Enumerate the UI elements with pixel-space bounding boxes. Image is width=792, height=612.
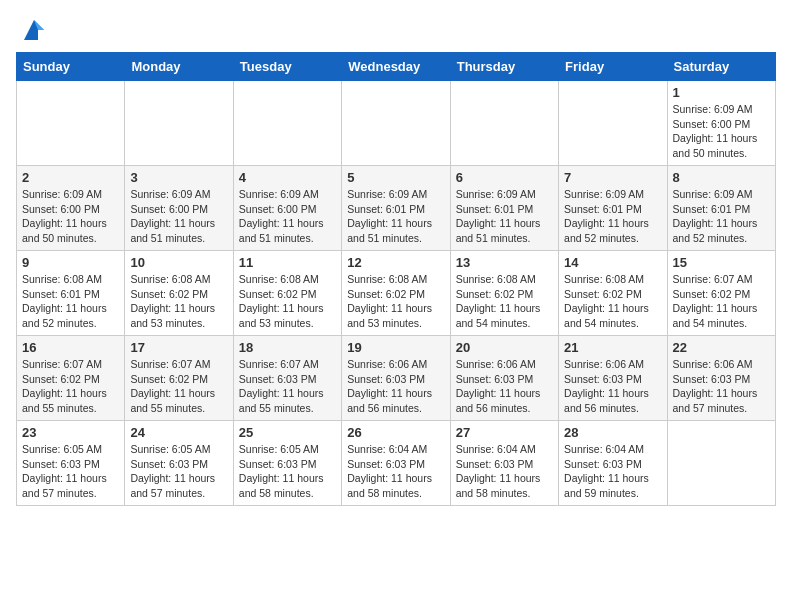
calendar-cell: 19Sunrise: 6:06 AM Sunset: 6:03 PM Dayli… — [342, 336, 450, 421]
day-number: 26 — [347, 425, 444, 440]
day-info: Sunrise: 6:08 AM Sunset: 6:02 PM Dayligh… — [347, 272, 444, 331]
calendar-cell — [559, 81, 667, 166]
calendar-cell: 5Sunrise: 6:09 AM Sunset: 6:01 PM Daylig… — [342, 166, 450, 251]
calendar-cell: 7Sunrise: 6:09 AM Sunset: 6:01 PM Daylig… — [559, 166, 667, 251]
calendar-cell: 24Sunrise: 6:05 AM Sunset: 6:03 PM Dayli… — [125, 421, 233, 506]
day-info: Sunrise: 6:08 AM Sunset: 6:02 PM Dayligh… — [239, 272, 336, 331]
calendar-week-5: 23Sunrise: 6:05 AM Sunset: 6:03 PM Dayli… — [17, 421, 776, 506]
day-number: 11 — [239, 255, 336, 270]
calendar-cell: 9Sunrise: 6:08 AM Sunset: 6:01 PM Daylig… — [17, 251, 125, 336]
day-info: Sunrise: 6:07 AM Sunset: 6:02 PM Dayligh… — [130, 357, 227, 416]
day-info: Sunrise: 6:09 AM Sunset: 6:01 PM Dayligh… — [456, 187, 553, 246]
day-info: Sunrise: 6:09 AM Sunset: 6:00 PM Dayligh… — [239, 187, 336, 246]
day-number: 9 — [22, 255, 119, 270]
calendar-cell: 2Sunrise: 6:09 AM Sunset: 6:00 PM Daylig… — [17, 166, 125, 251]
calendar-cell: 26Sunrise: 6:04 AM Sunset: 6:03 PM Dayli… — [342, 421, 450, 506]
calendar-header-row: SundayMondayTuesdayWednesdayThursdayFrid… — [17, 53, 776, 81]
day-info: Sunrise: 6:05 AM Sunset: 6:03 PM Dayligh… — [22, 442, 119, 501]
day-info: Sunrise: 6:07 AM Sunset: 6:02 PM Dayligh… — [673, 272, 770, 331]
day-number: 12 — [347, 255, 444, 270]
day-info: Sunrise: 6:04 AM Sunset: 6:03 PM Dayligh… — [456, 442, 553, 501]
logo — [16, 16, 48, 44]
day-info: Sunrise: 6:09 AM Sunset: 6:01 PM Dayligh… — [673, 187, 770, 246]
day-info: Sunrise: 6:08 AM Sunset: 6:02 PM Dayligh… — [456, 272, 553, 331]
day-info: Sunrise: 6:06 AM Sunset: 6:03 PM Dayligh… — [673, 357, 770, 416]
calendar-cell: 3Sunrise: 6:09 AM Sunset: 6:00 PM Daylig… — [125, 166, 233, 251]
calendar-cell — [450, 81, 558, 166]
page-header — [16, 16, 776, 44]
day-info: Sunrise: 6:07 AM Sunset: 6:02 PM Dayligh… — [22, 357, 119, 416]
calendar-cell: 16Sunrise: 6:07 AM Sunset: 6:02 PM Dayli… — [17, 336, 125, 421]
day-number: 21 — [564, 340, 661, 355]
calendar-cell: 17Sunrise: 6:07 AM Sunset: 6:02 PM Dayli… — [125, 336, 233, 421]
col-header-friday: Friday — [559, 53, 667, 81]
calendar-cell: 8Sunrise: 6:09 AM Sunset: 6:01 PM Daylig… — [667, 166, 775, 251]
calendar-cell — [17, 81, 125, 166]
day-number: 19 — [347, 340, 444, 355]
day-number: 7 — [564, 170, 661, 185]
calendar-cell: 1Sunrise: 6:09 AM Sunset: 6:00 PM Daylig… — [667, 81, 775, 166]
day-number: 22 — [673, 340, 770, 355]
day-info: Sunrise: 6:06 AM Sunset: 6:03 PM Dayligh… — [564, 357, 661, 416]
day-info: Sunrise: 6:09 AM Sunset: 6:00 PM Dayligh… — [130, 187, 227, 246]
calendar-cell: 28Sunrise: 6:04 AM Sunset: 6:03 PM Dayli… — [559, 421, 667, 506]
day-number: 20 — [456, 340, 553, 355]
col-header-sunday: Sunday — [17, 53, 125, 81]
day-number: 14 — [564, 255, 661, 270]
day-info: Sunrise: 6:08 AM Sunset: 6:02 PM Dayligh… — [564, 272, 661, 331]
day-info: Sunrise: 6:09 AM Sunset: 6:01 PM Dayligh… — [347, 187, 444, 246]
day-info: Sunrise: 6:09 AM Sunset: 6:01 PM Dayligh… — [564, 187, 661, 246]
calendar-cell: 27Sunrise: 6:04 AM Sunset: 6:03 PM Dayli… — [450, 421, 558, 506]
col-header-wednesday: Wednesday — [342, 53, 450, 81]
calendar-week-4: 16Sunrise: 6:07 AM Sunset: 6:02 PM Dayli… — [17, 336, 776, 421]
day-info: Sunrise: 6:09 AM Sunset: 6:00 PM Dayligh… — [673, 102, 770, 161]
day-info: Sunrise: 6:06 AM Sunset: 6:03 PM Dayligh… — [347, 357, 444, 416]
col-header-thursday: Thursday — [450, 53, 558, 81]
day-number: 8 — [673, 170, 770, 185]
calendar-cell: 4Sunrise: 6:09 AM Sunset: 6:00 PM Daylig… — [233, 166, 341, 251]
calendar-table: SundayMondayTuesdayWednesdayThursdayFrid… — [16, 52, 776, 506]
calendar-cell: 25Sunrise: 6:05 AM Sunset: 6:03 PM Dayli… — [233, 421, 341, 506]
calendar-cell: 23Sunrise: 6:05 AM Sunset: 6:03 PM Dayli… — [17, 421, 125, 506]
calendar-cell — [233, 81, 341, 166]
day-number: 27 — [456, 425, 553, 440]
day-info: Sunrise: 6:04 AM Sunset: 6:03 PM Dayligh… — [347, 442, 444, 501]
calendar-cell: 14Sunrise: 6:08 AM Sunset: 6:02 PM Dayli… — [559, 251, 667, 336]
day-number: 25 — [239, 425, 336, 440]
calendar-cell: 12Sunrise: 6:08 AM Sunset: 6:02 PM Dayli… — [342, 251, 450, 336]
day-number: 1 — [673, 85, 770, 100]
calendar-cell: 21Sunrise: 6:06 AM Sunset: 6:03 PM Dayli… — [559, 336, 667, 421]
day-info: Sunrise: 6:04 AM Sunset: 6:03 PM Dayligh… — [564, 442, 661, 501]
day-info: Sunrise: 6:05 AM Sunset: 6:03 PM Dayligh… — [130, 442, 227, 501]
day-number: 18 — [239, 340, 336, 355]
day-number: 4 — [239, 170, 336, 185]
day-number: 15 — [673, 255, 770, 270]
col-header-monday: Monday — [125, 53, 233, 81]
day-number: 16 — [22, 340, 119, 355]
day-number: 5 — [347, 170, 444, 185]
calendar-week-1: 1Sunrise: 6:09 AM Sunset: 6:00 PM Daylig… — [17, 81, 776, 166]
calendar-cell: 18Sunrise: 6:07 AM Sunset: 6:03 PM Dayli… — [233, 336, 341, 421]
calendar-cell: 13Sunrise: 6:08 AM Sunset: 6:02 PM Dayli… — [450, 251, 558, 336]
calendar-week-3: 9Sunrise: 6:08 AM Sunset: 6:01 PM Daylig… — [17, 251, 776, 336]
calendar-cell — [125, 81, 233, 166]
day-number: 6 — [456, 170, 553, 185]
day-info: Sunrise: 6:09 AM Sunset: 6:00 PM Dayligh… — [22, 187, 119, 246]
day-number: 28 — [564, 425, 661, 440]
day-info: Sunrise: 6:06 AM Sunset: 6:03 PM Dayligh… — [456, 357, 553, 416]
day-number: 23 — [22, 425, 119, 440]
day-info: Sunrise: 6:08 AM Sunset: 6:02 PM Dayligh… — [130, 272, 227, 331]
calendar-cell: 10Sunrise: 6:08 AM Sunset: 6:02 PM Dayli… — [125, 251, 233, 336]
logo-icon — [20, 16, 48, 44]
day-info: Sunrise: 6:07 AM Sunset: 6:03 PM Dayligh… — [239, 357, 336, 416]
calendar-week-2: 2Sunrise: 6:09 AM Sunset: 6:00 PM Daylig… — [17, 166, 776, 251]
day-info: Sunrise: 6:08 AM Sunset: 6:01 PM Dayligh… — [22, 272, 119, 331]
day-number: 10 — [130, 255, 227, 270]
day-number: 3 — [130, 170, 227, 185]
calendar-cell — [342, 81, 450, 166]
day-number: 13 — [456, 255, 553, 270]
calendar-cell: 22Sunrise: 6:06 AM Sunset: 6:03 PM Dayli… — [667, 336, 775, 421]
calendar-cell: 15Sunrise: 6:07 AM Sunset: 6:02 PM Dayli… — [667, 251, 775, 336]
calendar-cell: 6Sunrise: 6:09 AM Sunset: 6:01 PM Daylig… — [450, 166, 558, 251]
day-info: Sunrise: 6:05 AM Sunset: 6:03 PM Dayligh… — [239, 442, 336, 501]
